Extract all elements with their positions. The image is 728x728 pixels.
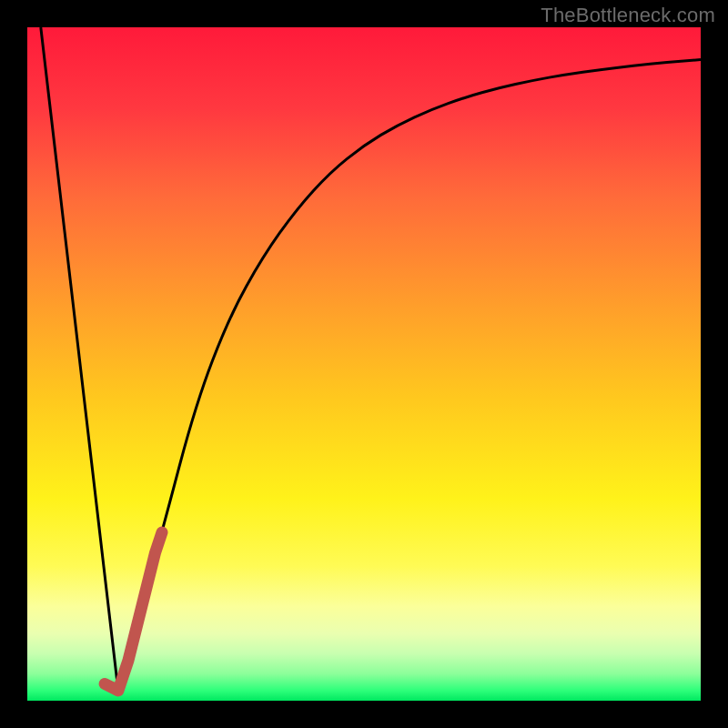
- chart-svg: [27, 27, 701, 701]
- watermark-text: TheBottleneck.com: [541, 4, 715, 27]
- chart-frame: TheBottleneck.com: [0, 0, 728, 728]
- plot-area: [27, 27, 701, 701]
- gradient-background: [27, 27, 701, 701]
